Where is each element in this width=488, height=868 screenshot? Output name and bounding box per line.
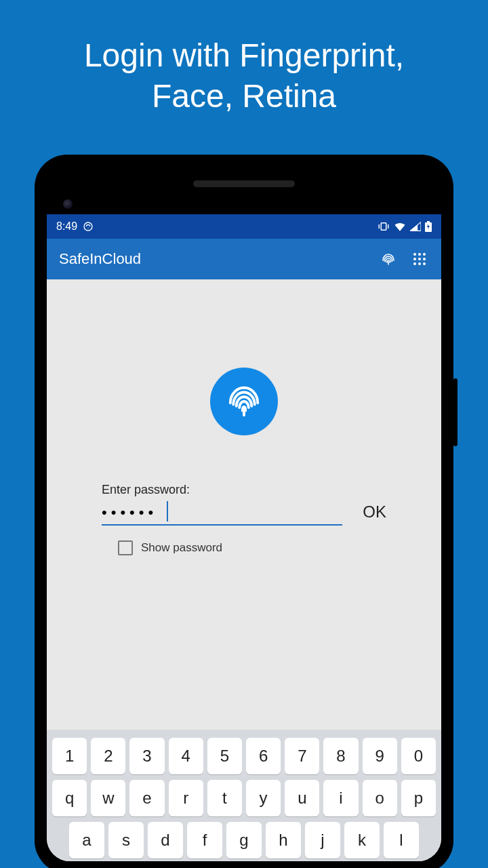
promo-title: Login with Fingerprint, Face, Retina <box>0 0 488 117</box>
key-t[interactable]: t <box>207 780 242 816</box>
svg-point-13 <box>418 262 421 265</box>
show-password-checkbox[interactable] <box>118 540 133 555</box>
app-title: SafeInCloud <box>59 250 141 268</box>
svg-point-14 <box>423 262 426 265</box>
keypad-icon[interactable] <box>410 250 429 269</box>
password-label: Enter password: <box>102 483 342 497</box>
vibrate-icon <box>378 222 390 231</box>
soft-keyboard: 1234567890 qwertyuiop asdfghjkl <box>47 730 441 861</box>
svg-rect-5 <box>427 221 430 222</box>
sync-icon <box>83 221 94 232</box>
svg-point-11 <box>423 258 426 260</box>
text-cursor <box>167 501 168 521</box>
status-time: 8:49 <box>56 220 77 233</box>
key-h[interactable]: h <box>266 822 301 859</box>
key-j[interactable]: j <box>305 822 340 859</box>
signal-icon <box>410 222 421 231</box>
key-2[interactable]: 2 <box>91 738 125 774</box>
phone-screen: 8:49 <box>47 214 441 861</box>
key-p[interactable]: p <box>401 780 436 816</box>
status-bar: 8:49 <box>47 214 441 239</box>
key-s[interactable]: s <box>108 822 144 859</box>
svg-rect-1 <box>381 223 386 231</box>
key-d[interactable]: d <box>148 822 183 859</box>
key-3[interactable]: 3 <box>129 738 164 774</box>
phone-frame: 8:49 <box>35 155 453 868</box>
svg-point-8 <box>423 253 426 256</box>
key-8[interactable]: 8 <box>323 738 358 774</box>
key-g[interactable]: g <box>226 822 262 859</box>
key-y[interactable]: y <box>246 780 281 816</box>
ok-button[interactable]: OK <box>363 502 386 526</box>
phone-camera <box>63 199 73 209</box>
svg-point-12 <box>413 262 416 265</box>
key-u[interactable]: u <box>285 780 319 816</box>
fingerprint-button[interactable] <box>210 368 278 435</box>
key-w[interactable]: w <box>91 780 125 816</box>
key-5[interactable]: 5 <box>207 738 242 774</box>
promo-line2: Face, Retina <box>152 78 336 114</box>
key-k[interactable]: k <box>344 822 380 859</box>
show-password-label: Show password <box>141 541 222 555</box>
phone-speaker <box>193 180 295 187</box>
key-a[interactable]: a <box>69 822 104 859</box>
fingerprint-icon[interactable] <box>379 250 398 269</box>
key-o[interactable]: o <box>363 780 397 816</box>
key-q[interactable]: q <box>52 780 87 816</box>
key-9[interactable]: 9 <box>363 738 397 774</box>
key-0[interactable]: 0 <box>401 738 436 774</box>
key-l[interactable]: l <box>384 822 419 859</box>
svg-point-10 <box>418 258 421 260</box>
key-r[interactable]: r <box>169 780 203 816</box>
promo-line1: Login with Fingerprint, <box>84 37 404 73</box>
key-f[interactable]: f <box>187 822 222 859</box>
login-content: Enter password: •••••• OK Show password <box>47 279 441 730</box>
svg-point-0 <box>84 222 92 231</box>
password-input[interactable]: •••••• <box>102 501 342 526</box>
key-6[interactable]: 6 <box>246 738 281 774</box>
wifi-icon <box>394 222 406 231</box>
key-7[interactable]: 7 <box>285 738 319 774</box>
key-e[interactable]: e <box>129 780 164 816</box>
key-4[interactable]: 4 <box>169 738 203 774</box>
key-1[interactable]: 1 <box>52 738 87 774</box>
svg-point-6 <box>413 253 416 256</box>
phone-side-button <box>453 378 458 446</box>
key-i[interactable]: i <box>323 780 358 816</box>
svg-point-9 <box>413 258 416 260</box>
svg-point-7 <box>418 253 421 256</box>
battery-icon <box>425 221 432 232</box>
app-bar: SafeInCloud <box>47 239 441 279</box>
